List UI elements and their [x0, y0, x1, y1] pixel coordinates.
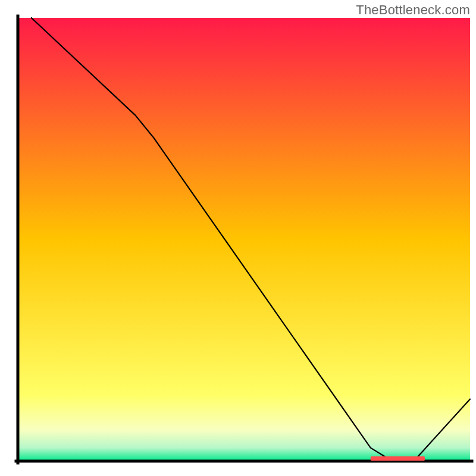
bottleneck-chart: [0, 0, 476, 476]
threshold-strip: [371, 456, 425, 461]
watermark-label: TheBottleneck.com: [356, 2, 470, 18]
chart-container: TheBottleneck.com: [0, 0, 476, 476]
chart-background: [18, 18, 470, 461]
